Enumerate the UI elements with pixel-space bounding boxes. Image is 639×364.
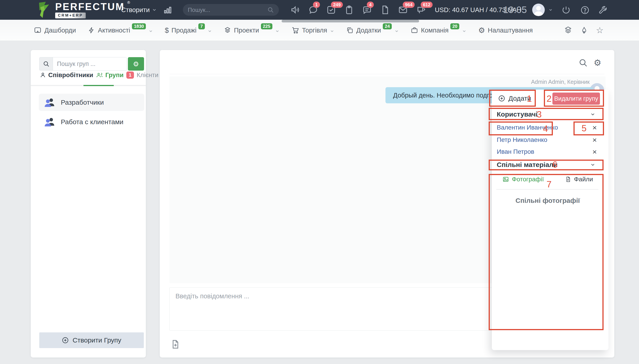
tab-employees[interactable]: Співробітники: [40, 72, 93, 79]
app-root: PERFECTUM ® CRM+ERP Створити 1: [0, 0, 639, 364]
group-search-input[interactable]: [53, 57, 127, 70]
group-search: [39, 57, 127, 70]
user-row: Петр Николаенко ×: [492, 134, 603, 146]
group-list-item[interactable]: Работа с клиентами: [39, 113, 144, 130]
nav-item-settings[interactable]: ⚙ Налаштування: [478, 26, 533, 35]
chat-header-divider: [170, 74, 604, 74]
plus-circle-icon: [62, 337, 69, 344]
horizontal-scrollbar-thumb[interactable]: [281, 20, 419, 22]
clipboard-icon[interactable]: [344, 5, 354, 15]
materials-tabs: Фотографії Файли: [492, 176, 603, 183]
chevron-down-icon: [152, 8, 157, 12]
group-name: Разработчики: [61, 98, 104, 106]
chevron-down-icon: [275, 29, 279, 34]
chevron-down-icon: [330, 29, 334, 34]
search-icon[interactable]: [267, 6, 274, 13]
person-icon: [40, 72, 46, 78]
shared-photos-empty-text: Спільні фотографії: [492, 197, 603, 204]
nav-badge: 225: [261, 23, 272, 29]
remove-user-icon[interactable]: ×: [592, 124, 597, 131]
star-icon[interactable]: ☆: [596, 26, 603, 35]
briefcase-icon: [411, 26, 418, 34]
brand-logo[interactable]: PERFECTUM ® CRM+ERP: [36, 1, 125, 18]
remove-user-icon[interactable]: ×: [592, 148, 597, 156]
chevron-down-icon: [462, 29, 466, 34]
group-details-panel: Додати Видалити групу Користувачі Валент…: [492, 90, 608, 350]
chevron-down-icon: [149, 29, 153, 34]
flame-icon[interactable]: [580, 26, 589, 35]
nav-label: Налаштування: [488, 27, 533, 34]
remove-user-icon[interactable]: ×: [592, 136, 597, 144]
mail-icon[interactable]: 964: [398, 5, 408, 15]
chat-badge: 1: [313, 2, 320, 8]
bolt-icon: [88, 26, 95, 34]
user-link[interactable]: Петр Николаенко: [497, 136, 547, 144]
materials-section-title: Спільні матеріали: [497, 161, 557, 168]
gear-icon: ⚙: [133, 60, 139, 68]
nav-label: Додатки: [356, 27, 381, 34]
notifications-icon[interactable]: 612: [416, 5, 426, 15]
create-menu-button[interactable]: Створити: [121, 0, 157, 20]
chevron-down-icon: [590, 112, 595, 117]
dollar-icon: $: [165, 26, 169, 34]
chat-messenger-icon[interactable]: 1: [308, 5, 318, 15]
nav-item-sales[interactable]: $ Продажі 7: [165, 26, 212, 34]
group-settings-button[interactable]: ⚙: [128, 57, 144, 70]
global-search-input[interactable]: [188, 6, 267, 14]
attach-file-icon[interactable]: [170, 339, 180, 350]
person-icon: [534, 5, 543, 16]
create-menu-label: Створити: [121, 6, 150, 14]
group-avatar-icon: [44, 98, 55, 107]
clock: 19:05: [503, 0, 527, 20]
layers-stack-icon[interactable]: [564, 26, 573, 35]
groups-sidebar: ⚙ Співробітники Групи 1 Клієнти Разработ…: [31, 50, 146, 358]
tab-groups[interactable]: Групи: [96, 72, 123, 79]
nav-item-dashboards[interactable]: Дашборди: [34, 26, 76, 34]
nav-item-trade[interactable]: Торгівля: [291, 26, 334, 34]
users-section-title: Користувачі: [497, 110, 538, 118]
tasks-icon[interactable]: 249: [326, 5, 336, 15]
tab-photos[interactable]: Фотографії: [502, 176, 544, 183]
nav-label: Компанія: [421, 27, 449, 34]
nav-items: Дашборди Активності 1830 $ Продажі 7 Про…: [34, 20, 533, 41]
notifications-badge: 612: [421, 2, 433, 8]
group-list-item[interactable]: Разработчики: [39, 94, 144, 111]
materials-section-header[interactable]: Спільні матеріали: [492, 159, 603, 170]
add-user-button[interactable]: Додати: [492, 90, 537, 107]
nav-item-company[interactable]: Компанія 20: [411, 26, 466, 34]
add-user-label: Додати: [508, 94, 531, 102]
statistics-icon[interactable]: [163, 5, 173, 15]
gear-icon[interactable]: ⚙: [594, 58, 603, 68]
nav-item-addons[interactable]: Додатки 24: [346, 26, 399, 34]
avatar-chevron-icon[interactable]: [548, 8, 553, 12]
comments-badge: 4: [367, 2, 374, 8]
volume-icon[interactable]: [290, 5, 300, 15]
logout-icon[interactable]: [561, 6, 571, 15]
create-group-button[interactable]: Створити Групу: [39, 332, 144, 348]
documents-icon[interactable]: [380, 5, 390, 15]
tools-icon[interactable]: [598, 6, 607, 15]
chat-toolbar: ⚙: [578, 58, 603, 68]
search-icon[interactable]: [578, 58, 588, 68]
tab-clients[interactable]: Клієнти: [137, 72, 158, 79]
user-link[interactable]: Иван Петров: [497, 148, 534, 155]
tab-files[interactable]: Файли: [565, 176, 593, 183]
nav-badge: 24: [383, 23, 392, 29]
nav-badge: 20: [450, 23, 459, 29]
create-group-label: Створити Групу: [73, 336, 121, 344]
nav-item-activities[interactable]: Активності 1830: [88, 26, 153, 34]
comments-icon[interactable]: 4: [362, 5, 372, 15]
delete-group-button[interactable]: Видалити групу: [552, 92, 600, 105]
user-row: Иван Петров ×: [492, 146, 603, 158]
nav-badge: 1830: [132, 23, 146, 29]
brand-logo-icon: [36, 1, 52, 18]
user-avatar[interactable]: [532, 4, 545, 16]
users-section-header[interactable]: Користувачі: [492, 109, 603, 120]
nav-badge: 7: [198, 23, 205, 29]
mail-badge: 964: [403, 2, 415, 8]
help-icon[interactable]: [580, 6, 590, 15]
tab-files-label: Файли: [574, 176, 593, 183]
user-link[interactable]: Валентин Иванченко: [497, 124, 558, 131]
chevron-down-icon: [208, 29, 212, 34]
nav-item-projects[interactable]: Проекти 225: [224, 26, 279, 34]
